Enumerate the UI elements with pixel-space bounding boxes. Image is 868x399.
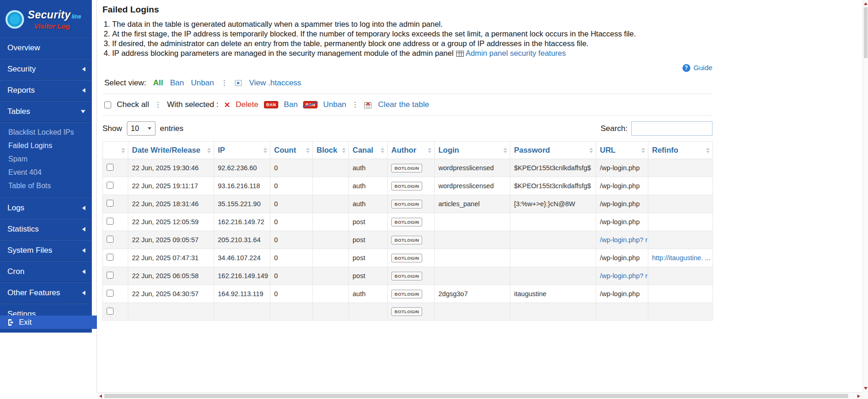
horizontal-scrollbar-thumb[interactable] <box>104 394 848 398</box>
cell-canal: post <box>349 267 388 285</box>
cell-count: 0 <box>270 195 313 213</box>
url-link[interactable]: /wp-login.php? redir ... <box>600 236 648 244</box>
author-badge: BOTLOGIN <box>391 164 422 173</box>
chevron-left-icon <box>82 88 85 93</box>
unban-selected-link[interactable]: Unban <box>323 100 346 109</box>
sidebar-item-logs[interactable]: Logs <box>0 197 92 218</box>
page-size-select[interactable]: 10 <box>127 121 156 136</box>
row-checkbox[interactable] <box>107 290 114 297</box>
view-all-link[interactable]: All <box>153 78 163 88</box>
sidebar-subitem-failed-logins[interactable]: Failed Logins <box>0 139 92 152</box>
sidebar-item-cron[interactable]: Cron <box>0 261 92 282</box>
scroll-up-arrow[interactable] <box>864 2 868 5</box>
sidebar-subitem-table-of-bots[interactable]: Table of Bots <box>0 179 92 192</box>
row-checkbox[interactable] <box>107 308 114 315</box>
chevron-left-icon <box>82 206 85 210</box>
sidebar-item-exit[interactable]: Exit <box>0 316 97 329</box>
cell-refinfo <box>648 213 713 231</box>
sidebar-subitem-blacklist-locked-ips[interactable]: Blacklist Locked IPs <box>0 125 92 139</box>
instruction-item: At the first stage, the IP address is te… <box>112 29 720 39</box>
cell-select <box>103 195 128 213</box>
sort-icon <box>706 148 710 153</box>
admin-panel-security-link[interactable]: Admin panel security features <box>466 49 566 57</box>
cell-password <box>510 231 596 249</box>
header-password[interactable]: Password <box>510 142 596 159</box>
cell-date: 22 Jun, 2025 04:30:57 <box>128 285 214 303</box>
sidebar-subitem-spam[interactable]: Spam <box>0 152 92 166</box>
cell-login: wordpresslicensed <box>435 159 510 177</box>
clear-x-glyph: ✕ <box>365 101 371 107</box>
cell-select <box>103 231 128 249</box>
cell-url: /wp-login.php <box>596 177 648 195</box>
row-checkbox[interactable] <box>107 218 114 225</box>
header-url[interactable]: URL <box>596 142 648 159</box>
ban-selected-link[interactable]: Ban <box>284 100 298 109</box>
vertical-scrollbar-thumb[interactable] <box>864 7 868 58</box>
clear-table-link[interactable]: Clear the table <box>378 100 429 109</box>
row-checkbox[interactable] <box>107 236 114 243</box>
row-checkbox[interactable] <box>107 272 114 279</box>
instruction-item: If desired, the administrator can delete… <box>112 39 720 48</box>
cell-count: 0 <box>270 231 313 249</box>
cell-login: 2dgsg3o7 <box>435 285 510 303</box>
cell-refinfo <box>648 159 713 177</box>
header-select[interactable] <box>103 142 128 159</box>
view-htaccess-link[interactable]: View .htaccess <box>249 78 301 88</box>
cell-login: wordpresslicensed <box>435 177 510 195</box>
guide-link[interactable]: Guide <box>694 64 712 72</box>
row-checkbox[interactable] <box>107 254 114 261</box>
clear-table-icon: ✕ <box>364 101 372 108</box>
cell-block <box>313 303 349 321</box>
header-ip[interactable]: IP <box>214 142 270 159</box>
cell-ip: 35.155.221.90 <box>214 195 270 213</box>
horizontal-scrollbar[interactable] <box>97 392 862 399</box>
table-row: 22 Jun, 2025 18:31:4635.155.221.900authB… <box>103 195 713 213</box>
cell-count <box>270 303 313 321</box>
header-count[interactable]: Count <box>270 142 313 159</box>
row-checkbox[interactable] <box>107 200 114 207</box>
cell-block <box>313 159 349 177</box>
cell-date: 22 Jun, 2025 12:05:59 <box>128 213 214 231</box>
view-ban-link[interactable]: Ban <box>170 78 184 88</box>
url-link[interactable]: /wp-login.php? redir ... <box>600 272 648 280</box>
cell-block <box>313 285 349 303</box>
cell-author: BOTLOGIN <box>388 213 435 231</box>
sidebar-item-overview[interactable]: Overview <box>0 37 92 58</box>
vertical-scrollbar[interactable] <box>862 0 868 392</box>
sidebar-item-label: Cron <box>7 267 24 276</box>
separator: ⋮ <box>221 79 228 87</box>
header-block[interactable]: Block <box>313 142 349 159</box>
show-label: Show <box>102 124 122 133</box>
check-all-checkbox[interactable] <box>104 101 111 108</box>
row-checkbox[interactable] <box>107 164 114 171</box>
delete-selected-link[interactable]: Delete <box>236 100 258 109</box>
header-author[interactable]: Author <box>388 142 435 159</box>
help-icon[interactable]: ? <box>682 64 690 72</box>
sidebar-item-statistics[interactable]: Statistics <box>0 218 92 239</box>
sidebar-item-tables[interactable]: Tables <box>0 101 92 122</box>
refinfo-link[interactable]: http://itaugustine. ... <box>652 254 711 262</box>
sidebar-item-other-features[interactable]: Other Features <box>0 282 92 303</box>
row-checkbox[interactable] <box>107 182 114 189</box>
sidebar-subitem-event-404[interactable]: Event 404 <box>0 166 92 179</box>
logo-text: Securityline Visitor Log <box>28 9 81 30</box>
header-refinfo[interactable]: Refinfo <box>648 142 713 159</box>
scroll-left-arrow[interactable] <box>99 394 102 398</box>
sidebar-item-reports[interactable]: Reports <box>0 79 92 101</box>
sidebar-item-security[interactable]: Security <box>0 58 92 79</box>
bulk-action-bar: Check all ⋮ With selected : ✕ Delete BAN… <box>102 94 712 116</box>
header-login[interactable]: Login <box>435 142 510 159</box>
header-canal[interactable]: Canal <box>349 142 388 159</box>
header-date-write-release[interactable]: Date Write/Release <box>128 142 214 159</box>
search-input[interactable] <box>631 121 712 136</box>
chevron-left-icon <box>82 248 85 253</box>
cell-select <box>103 249 128 267</box>
select-view-label: Select view: <box>104 78 146 88</box>
scroll-right-arrow[interactable] <box>857 394 860 398</box>
sidebar-item-system-files[interactable]: System Files <box>0 239 92 261</box>
author-badge: BOTLOGIN <box>391 200 422 208</box>
scroll-down-arrow[interactable] <box>864 387 868 390</box>
view-unban-link[interactable]: Unban <box>191 78 214 88</box>
chevron-left-icon <box>82 227 85 232</box>
entries-label: entries <box>160 124 184 133</box>
